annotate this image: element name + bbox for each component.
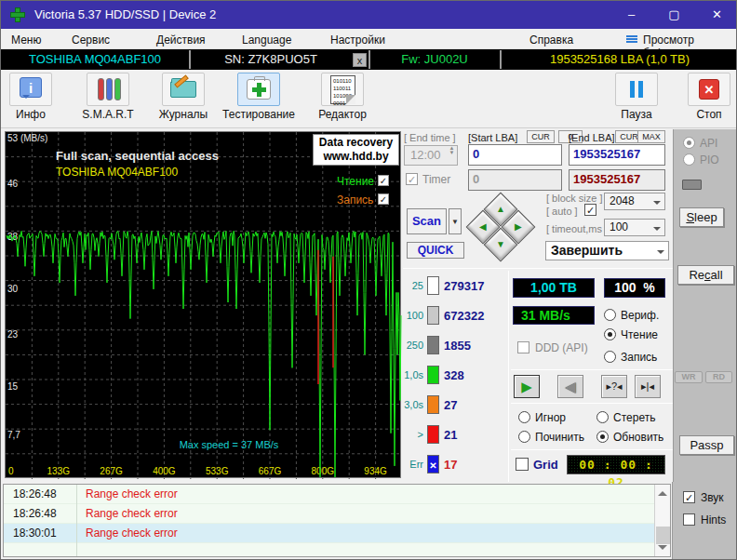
stat-label: 250 [401,340,423,351]
menu-item-settings[interactable]: Настройки [327,32,389,48]
seek-end-button[interactable]: ▸|◂ [635,375,661,398]
seek-error-button[interactable]: ▸?◂ [601,375,627,398]
mode-verify-label: Вериф. [621,309,659,322]
journals-folder-icon [162,73,205,106]
info-button[interactable]: i Инфо [5,73,57,121]
start-lba-cur-button[interactable]: CUR [527,130,555,143]
end-lba-max-button[interactable]: MAX [637,130,665,143]
svg-text:46: 46 [7,179,19,189]
max-speed-annotation: Max speed = 37 MB/s [145,439,313,450]
play-button[interactable]: ▶ [514,375,540,398]
sleep-button[interactable]: Sleep [679,207,724,227]
sound-checkbox[interactable]: ✓ [683,491,695,503]
stat-value: 1855 [444,339,471,353]
smart-icon [87,73,129,106]
svg-text:15: 15 [7,381,19,392]
auto-checkbox[interactable]: ✓ [584,204,596,216]
device-capacity: 1953525168 LBA (1,0 TB) [502,52,737,66]
pause-button[interactable]: Пауза [610,73,663,121]
mode-write-label: Запись [621,351,657,364]
editor-binary-icon: 0101101100111010000001 [321,73,364,106]
info-icon: i [9,73,52,106]
smart-button[interactable]: S.M.A.R.T [75,73,141,121]
end-time-spin-arrows[interactable]: ▲▼ [446,146,458,155]
pause-icon [615,73,658,106]
sound-label: Звук [701,491,724,504]
log-row[interactable]: 18:26:48Range check error [4,485,654,504]
start-lba-label: [Start LBA] [468,132,517,143]
device-close-button[interactable]: x [353,53,367,67]
block-size-select[interactable]: 2048 [604,193,665,210]
stat-color-block [427,306,439,325]
hints-checkbox[interactable] [683,513,695,526]
title-bar: Victoria 5.37 HDD/SSD | Device 2 – ▢ ✕ [1,1,737,29]
activity-indicator [682,180,702,190]
action-ignore-label: Игнор [535,411,566,424]
testing-button[interactable]: Тестирование [219,73,299,121]
scroll-down-icon[interactable] [658,545,667,554]
mode-write-radio[interactable] [604,351,616,363]
mode-verify-radio[interactable] [604,309,616,321]
timer-checkbox[interactable]: ✓ [406,173,418,185]
stat-color-block [427,425,439,444]
log-area: 18:26:48Range check error 18:26:48Range … [3,484,671,557]
buffer-list-icon [626,35,637,45]
stat-color-block [427,276,439,295]
graph-series-label: TOSHIBA MQ04ABF100 [56,166,178,179]
grid-checkbox[interactable] [516,458,529,471]
end-lba-shadow: 1953525167 [569,169,665,191]
api-label: API [700,137,717,150]
menu-item-actions[interactable]: Действия [153,32,209,48]
rd-button[interactable]: RD [705,371,732,383]
ddd-checkbox[interactable] [517,341,529,353]
pio-radio[interactable] [683,153,695,166]
menu-item-help[interactable]: Справка [526,32,577,48]
menu-item-language[interactable]: Language [238,32,295,48]
end-time-label: [ End time ] [404,132,456,143]
wr-button[interactable]: WR [675,371,703,383]
journals-button[interactable]: Журналы [154,73,213,121]
maximize-button[interactable]: ▢ [653,1,695,29]
end-lba-input[interactable]: 1953525167 [569,144,665,166]
stat-value: 328 [444,368,464,382]
rewind-button[interactable]: ◀ [557,375,583,398]
log-row[interactable]: 18:26:48Range check error [4,504,654,524]
mode-read-radio[interactable] [604,328,616,340]
log-scrollbar[interactable] [654,485,671,556]
percent-display: 100 % [604,278,665,298]
minimize-button[interactable]: – [610,1,652,29]
size-display: 1,00 TB [513,278,595,298]
start-lba-input[interactable]: 0 [468,144,562,166]
action-erase-radio[interactable] [596,411,609,423]
menu-item-service[interactable]: Сервис [68,32,114,48]
log-row-selected[interactable]: 18:30:01Range check error [4,524,654,543]
scan-dropdown-button[interactable]: ▼ [449,208,462,234]
recall-button[interactable]: Recall [677,265,734,285]
action-repair-radio[interactable] [518,431,530,443]
stat-label: 1,0s [401,369,423,380]
stat-label: 25 [401,280,423,291]
stat-color-block [427,395,439,414]
stat-color-block [427,336,439,354]
scan-button[interactable]: Scan [407,208,447,234]
scroll-up-icon[interactable] [658,487,667,496]
write-checkbox[interactable]: ✓ [378,193,389,205]
device-model[interactable]: TOSHIBA MQ04ABF100 [1,52,189,66]
api-radio[interactable] [683,137,695,149]
scroll-thumb[interactable] [656,527,670,544]
action-erase-label: Стереть [613,411,655,424]
svg-text:30: 30 [7,284,19,294]
action-refresh-radio[interactable] [596,431,609,443]
svg-text:23: 23 [7,329,19,340]
timeout-select[interactable]: 100 [604,219,665,236]
read-checkbox[interactable]: ✓ [378,175,389,186]
quick-button[interactable]: QUICK [407,242,464,259]
passp-button[interactable]: Passp [679,435,734,455]
close-button[interactable]: ✕ [696,1,737,29]
stop-button[interactable]: ✕ Стоп [683,73,735,121]
end-action-select[interactable]: Завершить [545,241,669,260]
menu-item-menu[interactable]: Меню [7,32,45,48]
editor-button[interactable]: 0101101100111010000001 Редактор [310,73,375,121]
action-ignore-radio[interactable] [518,411,530,423]
scan-graph: 53 (MB/s)46383023157,70133G267G400G533G6… [5,131,401,478]
